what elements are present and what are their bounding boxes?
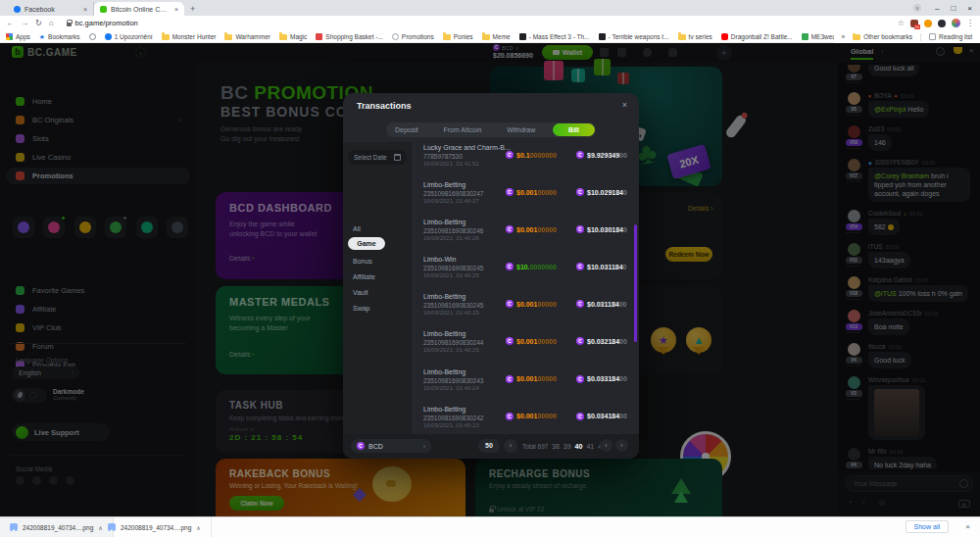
browser-menu-icon[interactable]: ⋮ bbox=[966, 19, 974, 27]
bcd-coin-icon: C bbox=[506, 188, 514, 196]
transaction-amount: C $0.00100000 bbox=[506, 188, 557, 196]
extension-icon[interactable] bbox=[924, 20, 932, 27]
transaction-balance: C $10.0291840 bbox=[576, 188, 627, 196]
bookmark-item[interactable]: ★ Bookmarks bbox=[39, 33, 80, 40]
transaction-filter-item[interactable]: All bbox=[353, 225, 361, 232]
download-item[interactable]: 242008819_40734....png ∧ bbox=[0, 517, 114, 537]
transaction-id: 23510981690830244 bbox=[423, 339, 483, 346]
bookmark-item[interactable]: Meme bbox=[482, 33, 511, 40]
page-number[interactable]: 39 bbox=[564, 443, 571, 450]
modal-close-icon[interactable]: × bbox=[622, 100, 627, 110]
extension-icon[interactable] bbox=[938, 20, 946, 27]
scrollbar-thumb[interactable] bbox=[634, 224, 637, 342]
transaction-date: 16/09/2021, 01:41:52 bbox=[423, 161, 479, 167]
transaction-filter-item[interactable]: Swap bbox=[353, 305, 370, 312]
transaction-date: 16/09/2021, 01:40:25 bbox=[423, 347, 479, 353]
downloads-close-icon[interactable]: × bbox=[965, 522, 970, 531]
transaction-game: Limbo-Betting bbox=[423, 368, 466, 375]
page-number[interactable]: 38 bbox=[552, 443, 560, 450]
transaction-amount: C $0.00100000 bbox=[506, 300, 557, 308]
bookmark-favicon bbox=[279, 34, 287, 40]
bookmark-item[interactable]: Apps bbox=[6, 33, 30, 40]
tab-search-icon[interactable]: ∨ bbox=[913, 4, 921, 12]
browser-tab-facebook[interactable]: Facebook × bbox=[8, 2, 94, 16]
profile-avatar[interactable] bbox=[952, 19, 960, 27]
page-number[interactable]: 40 bbox=[575, 443, 583, 450]
forward-icon[interactable]: → bbox=[21, 19, 28, 27]
bookmarks-overflow-icon[interactable]: » bbox=[842, 33, 846, 40]
transaction-filter-item[interactable]: Bonus bbox=[353, 258, 372, 265]
bookmark-item[interactable]: - Terrible weapons t... bbox=[599, 33, 669, 40]
next-page-button[interactable]: › bbox=[615, 439, 628, 452]
bookmark-item[interactable]: tv series bbox=[678, 33, 712, 40]
transaction-row: Limbo-Betting 23510981690830244 16/09/20… bbox=[421, 328, 635, 366]
download-item[interactable]: 242008819_40734....png ∧ bbox=[98, 517, 212, 537]
bookmark-item[interactable]: Shopping Basket -... bbox=[316, 33, 383, 40]
browser-tab-bcgame[interactable]: Bitcoin Online Casino Bonuses a... × bbox=[94, 2, 184, 16]
bookmark-item[interactable]: 1 Upozornění bbox=[105, 33, 153, 40]
extension-icon[interactable]: 10 bbox=[910, 20, 918, 27]
currency-selector[interactable]: C BCD › bbox=[351, 439, 431, 453]
select-date-dropdown[interactable]: Select Date bbox=[348, 150, 407, 165]
bookmark-item[interactable] bbox=[89, 33, 96, 40]
page-size-selector[interactable]: 50 bbox=[478, 439, 500, 453]
facebook-favicon bbox=[14, 6, 21, 13]
reading-list[interactable]: Reading list bbox=[929, 33, 972, 40]
reload-icon[interactable]: ↻ bbox=[35, 19, 42, 27]
bcd-coin-icon: C bbox=[506, 413, 514, 420]
maximize-button[interactable]: □ bbox=[951, 4, 956, 13]
bookmark-star-icon[interactable]: ☆ bbox=[898, 19, 905, 27]
minimize-button[interactable]: – bbox=[935, 4, 939, 13]
transaction-game: Lucky Grace and Charm-B... bbox=[423, 144, 511, 151]
bookmark-favicon: ★ bbox=[39, 33, 45, 40]
bookmark-item[interactable]: Magic bbox=[279, 33, 307, 40]
download-filename: 242008819_40734....png bbox=[23, 524, 93, 531]
bcgame-site: b BC.GAME › C BCD ∨ $20.0856690 Wallet ★ bbox=[0, 43, 980, 516]
chevron-right-icon: › bbox=[423, 443, 425, 450]
transaction-filter-item[interactable]: Vault bbox=[353, 289, 368, 296]
home-icon[interactable]: ⌂ bbox=[49, 19, 54, 27]
bcgame-favicon bbox=[100, 6, 107, 13]
transaction-tabs: Deposit From Altcoin Withdraw Bill bbox=[386, 122, 596, 137]
url-field[interactable]: bc.game/promotion bbox=[61, 18, 891, 28]
page-size-chevron[interactable]: › bbox=[504, 439, 517, 453]
transaction-tab[interactable]: Deposit bbox=[387, 123, 426, 136]
back-icon[interactable]: ← bbox=[6, 19, 14, 27]
transaction-tab[interactable]: From Altcoin bbox=[435, 123, 489, 136]
tab-close-icon[interactable]: × bbox=[83, 6, 87, 13]
transaction-filter-item[interactable]: Affiliate bbox=[353, 273, 375, 280]
bookmark-item[interactable]: Dragonball Z! Battle... bbox=[721, 33, 793, 40]
bcd-coin-icon: C bbox=[576, 225, 584, 233]
transaction-id: 23510981690830245 bbox=[423, 265, 483, 271]
tab-close-icon[interactable]: × bbox=[174, 6, 178, 13]
transaction-row: Limbo-Betting 23510981690830245 16/09/20… bbox=[421, 291, 635, 328]
downloads-bar: 242008819_40734....png ∧ 242008819_40734… bbox=[0, 516, 980, 537]
bcd-coin-icon: C bbox=[357, 442, 365, 450]
transaction-game: Limbo-Betting bbox=[423, 293, 466, 300]
bookmark-item[interactable]: Monster Hunter bbox=[162, 33, 217, 40]
transaction-date: 16/09/2021, 01:40:26 bbox=[423, 235, 479, 241]
total-count: Total 697 bbox=[522, 443, 548, 450]
bcd-coin-icon: C bbox=[576, 188, 584, 196]
window-controls: ∨ – □ × bbox=[913, 0, 980, 16]
page-number[interactable]: 41 bbox=[586, 443, 594, 450]
bookmark-item[interactable]: - Mass Effect 3 - Th... bbox=[519, 33, 590, 40]
transaction-date: 16/09/2021, 01:40:23 bbox=[423, 422, 479, 428]
transaction-id: 77859787530 bbox=[423, 153, 463, 160]
transaction-filter-item[interactable]: Game bbox=[348, 237, 385, 250]
bookmark-item[interactable]: Warhammer bbox=[224, 33, 270, 40]
addressbar-actions: ☆ 10 ⋮ bbox=[898, 19, 974, 27]
window-close-button[interactable]: × bbox=[967, 4, 972, 13]
bookmark-item[interactable]: Ponies bbox=[443, 33, 473, 40]
download-menu-caret[interactable]: ∧ bbox=[196, 524, 200, 531]
prev-page-button[interactable]: ‹ bbox=[600, 439, 612, 452]
bcd-coin-icon: C bbox=[506, 225, 514, 233]
show-all-downloads-button[interactable]: Show all bbox=[906, 520, 949, 533]
transaction-tab[interactable]: Bill bbox=[553, 123, 595, 136]
other-bookmarks[interactable]: Other bookmarks bbox=[853, 33, 912, 40]
transaction-game: Limbo-Win bbox=[423, 256, 456, 263]
transaction-tab[interactable]: Withdraw bbox=[499, 123, 543, 136]
bookmark-favicon bbox=[162, 34, 170, 40]
bookmark-item[interactable]: Promotions bbox=[392, 33, 434, 40]
new-tab-button[interactable]: + bbox=[190, 2, 195, 16]
